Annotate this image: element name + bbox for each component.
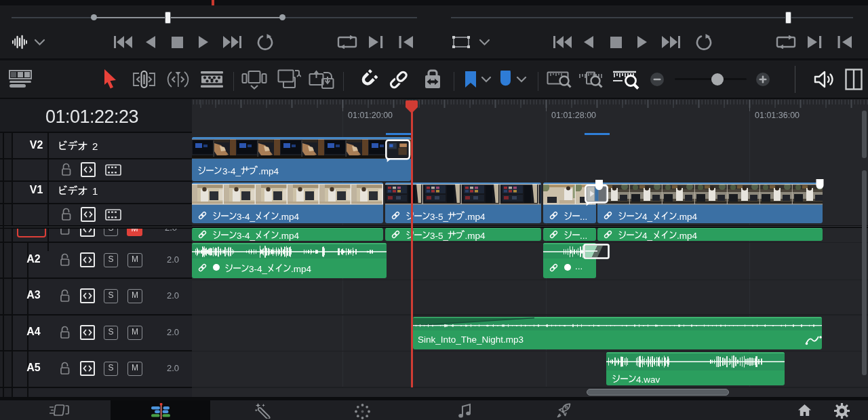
svg-text:1: 1: [92, 185, 98, 196]
svg-text:3-4_: 3-4_: [237, 211, 256, 221]
svg-text:.mp4: .mp4: [279, 211, 300, 221]
svg-text:.mp4: .mp4: [279, 230, 300, 240]
svg-text:3-5_: 3-5_: [430, 230, 449, 240]
svg-text:.mp4: .mp4: [258, 166, 279, 176]
svg-text:3-4_: 3-4_: [237, 230, 256, 240]
svg-text:3-4_: 3-4_: [222, 166, 241, 176]
svg-text:4_: 4_: [642, 230, 653, 240]
svg-text:.mp4: .mp4: [465, 211, 486, 221]
svg-text:.mp4: .mp4: [291, 263, 312, 273]
svg-text:...: ...: [580, 211, 587, 221]
svg-text:4.wav: 4.wav: [636, 375, 660, 385]
svg-text:.mp4: .mp4: [677, 211, 698, 221]
svg-text:.mp4: .mp4: [465, 230, 486, 240]
svg-text:2: 2: [92, 140, 98, 151]
svg-text:4_: 4_: [642, 211, 653, 221]
svg-text:3-5_: 3-5_: [430, 211, 449, 221]
svg-text:3-4_: 3-4_: [249, 263, 268, 273]
svg-text:...: ...: [580, 230, 587, 240]
svg-text:.mp4: .mp4: [677, 230, 698, 240]
